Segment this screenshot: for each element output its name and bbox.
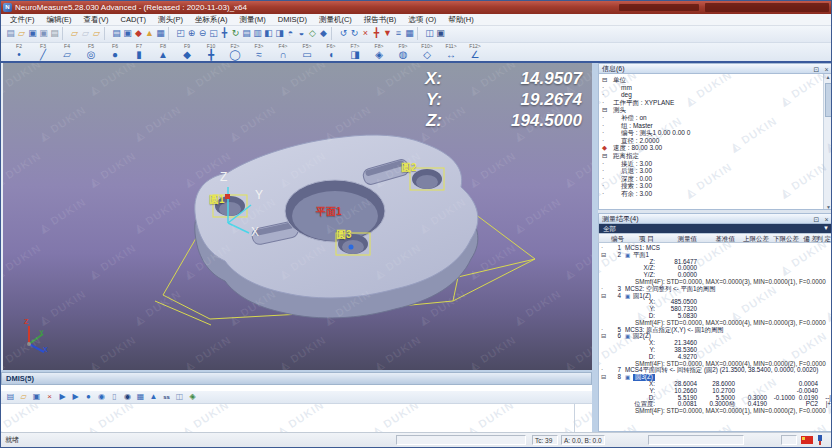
info-tree-item[interactable]: ◆ 速度 : 80.00 3.00 <box>599 144 832 152</box>
viewport-3d[interactable]: X: 14.9507 Y: 19.2674 Z: 194.5000 圆1圆2圆3… <box>3 63 592 370</box>
dmis-close-icon[interactable]: × <box>43 391 56 403</box>
info-tree-item[interactable]: ⊟ 测头 <box>599 106 832 114</box>
measure-step-icon[interactable]: F7> ◨ <box>343 43 367 61</box>
view-iso-icon[interactable]: ◇ <box>307 27 318 40</box>
menu-item-9[interactable]: 报告书(B) <box>358 14 403 25</box>
menu-item-2[interactable]: 查看(V) <box>78 14 115 25</box>
dmis-run-icon[interactable]: ▶ <box>56 391 69 403</box>
result-node-row[interactable]: ⊟ 2 ▣ 平面1 <box>599 252 832 259</box>
info-tree-item[interactable]: · 有余 : 3.00 <box>599 190 832 198</box>
result-node-row[interactable]: ⊟ 4 ▣ 圆1(Z) <box>599 293 832 300</box>
dmis-panel-header[interactable]: DMIS(5) <box>1 372 592 385</box>
menu-item-6[interactable]: 测量(M) <box>234 14 272 25</box>
expand-icon[interactable]: ⊟ <box>601 333 606 340</box>
menu-item-11[interactable]: 帮助(H) <box>442 14 479 25</box>
result-node-row[interactable]: · 7 MCS4平面回转 <- 回转指定 (圆2) (21.3500, 38.5… <box>599 367 832 374</box>
part-new-icon[interactable]: ▤ <box>111 27 122 40</box>
print-icon[interactable]: ▤ <box>49 27 60 40</box>
probe-position-icon[interactable]: ▼ <box>382 27 393 40</box>
measure-circle-icon[interactable]: F5 ◎ <box>79 43 103 61</box>
part-delete-icon[interactable]: ◆ <box>133 27 144 40</box>
menu-item-8[interactable]: 测量机(C) <box>313 14 358 25</box>
info-tree-item[interactable]: · 工作平面 : XYPLANE <box>599 99 832 107</box>
column-header-3[interactable]: 基准值 <box>716 235 736 243</box>
export-icon[interactable]: ▱ <box>80 27 91 40</box>
coord-origin-icon[interactable]: ╋ <box>371 27 382 40</box>
collapse-icon[interactable]: ⊟ <box>602 106 612 114</box>
info-tree-item[interactable]: · 组 : Master <box>599 122 832 130</box>
recent-icon[interactable]: ▱ <box>91 27 102 40</box>
info-tree-item[interactable]: · mm <box>599 84 832 92</box>
view-bottom-icon[interactable]: ◒ <box>296 27 307 40</box>
measure-ellipse-icon[interactable]: F2> ◯ <box>223 43 247 61</box>
dmis-open-icon[interactable]: ▱ <box>17 391 30 403</box>
expand-icon[interactable]: ⊟ <box>601 252 606 259</box>
dmis-tools-icon[interactable]: ◈ <box>186 391 199 403</box>
measure-line-icon[interactable]: F3 ╱ <box>31 43 55 61</box>
menu-item-1[interactable]: 编辑(E) <box>41 14 78 25</box>
feature-label-3[interactable]: 平面1 <box>316 206 342 217</box>
results-panel-header[interactable]: 测量结果(4) ⊡ × <box>598 213 832 224</box>
save-icon[interactable]: ▣ <box>27 27 38 40</box>
measure-distance-icon[interactable]: F11> ↔ <box>439 43 463 61</box>
feature-label-0[interactable]: 圆1 <box>209 194 225 205</box>
view-back-icon[interactable]: ▥ <box>252 27 263 40</box>
open-icon[interactable]: ▱ <box>16 27 27 40</box>
info-tree[interactable]: ⊟ 单位 · mm · deg · 工作平面 : XYPLANE ⊟ 测头 · … <box>598 74 832 210</box>
expand-icon[interactable]: ⊟ <box>601 374 606 381</box>
part-info-icon[interactable]: ▦ <box>155 27 166 40</box>
result-value-row[interactable]: Y: 580.7320 <box>599 306 832 313</box>
dmis-stop-icon[interactable]: ◉ <box>95 391 108 403</box>
column-header-7[interactable]: 判 定 <box>816 235 831 243</box>
pan-icon[interactable]: ╋ <box>219 27 230 40</box>
redo-icon[interactable]: ↻ <box>349 27 360 40</box>
dmis-new-icon[interactable]: ▤ <box>4 391 17 403</box>
info-tree-item[interactable]: · 编号 : 测头1 0.00 0.00 0 <box>599 129 832 137</box>
measure-tube-icon[interactable]: F9 ◆ <box>175 43 199 61</box>
menu-item-4[interactable]: 测头(P) <box>152 14 189 25</box>
collapse-icon[interactable]: ⊟ <box>602 152 612 160</box>
dmis-run-single-icon[interactable]: ● <box>82 391 95 403</box>
measure-angle-icon[interactable]: F12> ∠ <box>463 43 487 61</box>
zoom-out-icon[interactable]: ⊖ <box>197 27 208 40</box>
result-value-row[interactable]: Y: 38.5360 <box>599 347 832 354</box>
column-header-2[interactable]: 测量值 <box>678 235 698 243</box>
windows-icon[interactable]: ◫ <box>424 27 435 40</box>
measure-rect-slot-icon[interactable]: F5> ▭ <box>295 43 319 61</box>
measure-sphere-icon[interactable]: F6 ● <box>103 43 127 61</box>
save-layout-icon[interactable]: ▣ <box>435 27 446 40</box>
dmis-snapshot-icon[interactable]: ss <box>160 391 173 403</box>
grid-icon[interactable]: ▦ <box>404 27 415 40</box>
menu-item-3[interactable]: CAD(T) <box>115 14 152 25</box>
measure-round-slot-icon[interactable]: F6> ◖ <box>319 43 343 61</box>
info-tree-item[interactable]: · 直径 : 2.0000 <box>599 137 832 145</box>
view-fit-icon[interactable]: ◰ <box>175 27 186 40</box>
import-icon[interactable]: ▱ <box>69 27 80 40</box>
column-header-0[interactable]: 编号 <box>611 235 624 243</box>
measure-cylinder-icon[interactable]: F7 ▮ <box>127 43 151 61</box>
column-header-1[interactable]: 项 目 <box>639 235 654 243</box>
menu-item-10[interactable]: 选项 (O) <box>402 14 442 25</box>
dmis-run-from-icon[interactable]: ▶ <box>69 391 82 403</box>
dmis-save-icon[interactable]: ▣ <box>30 391 43 403</box>
chevron-down-icon[interactable]: ▼ <box>823 224 829 233</box>
measure-profile-icon[interactable]: F8> ◈ <box>367 43 391 61</box>
column-header-5[interactable]: 下限公差 <box>773 235 799 243</box>
view-top-icon[interactable]: ◓ <box>285 27 296 40</box>
dmis-pane-divider[interactable] <box>574 404 575 432</box>
info-scrollbar[interactable]: ▲▼ <box>823 74 832 210</box>
result-value-row[interactable]: X: 485.0500 <box>599 299 832 306</box>
info-tree-item[interactable]: · 深度 : 0.00 <box>599 175 832 183</box>
view-front-icon[interactable]: ▤ <box>241 27 252 40</box>
result-value-row[interactable]: X: 21.3460 <box>599 340 832 347</box>
expand-icon[interactable]: ⊟ <box>601 293 606 300</box>
dmis-editor[interactable]: ◭ DUKIN◭ DUKIN◭ DUKIN◭ DUKIN◭ DUKIN◭ DUK… <box>1 404 592 432</box>
title-bar[interactable]: N NeuroMeasure5.28.030 Advanced - (Relea… <box>1 1 832 14</box>
info-tree-item[interactable]: · 补偿 : on <box>599 114 832 122</box>
part-save-icon[interactable]: ▣ <box>122 27 133 40</box>
measure-cone-icon[interactable]: F8 ▲ <box>151 43 175 61</box>
result-value-row[interactable]: X/Z: 0.0000 <box>599 265 832 272</box>
result-value-row[interactable]: Z: 81.6477 <box>599 259 832 266</box>
measure-torus-icon[interactable]: F9> ◍ <box>391 43 415 61</box>
feature-label-2[interactable]: 圆3 <box>336 229 352 240</box>
